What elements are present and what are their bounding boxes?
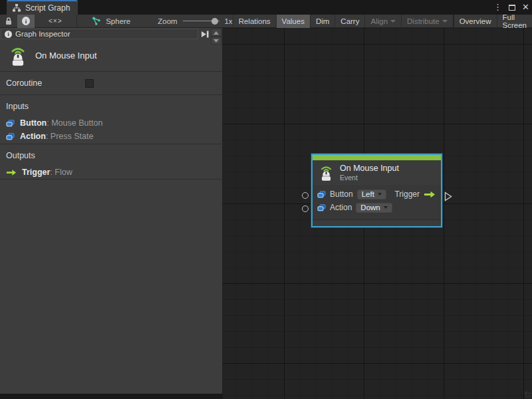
action-value-dropdown[interactable]: Down (356, 203, 392, 213)
coroutine-section: Coroutine (0, 72, 223, 95)
maximize-icon[interactable] (509, 1, 515, 13)
inspector-toggle-button[interactable]: i (17, 15, 35, 28)
node-header[interactable]: On Mouse Input Event (313, 160, 441, 185)
scroll-up-button[interactable] (211, 29, 221, 37)
zoom-slider-knob[interactable] (211, 18, 218, 25)
mouse-input-icon (9, 45, 27, 66)
on-mouse-input-node[interactable]: On Mouse Input Event Button Left Trigger (311, 154, 442, 227)
output-port-trigger[interactable] (444, 192, 452, 201)
chevron-down-icon (442, 20, 448, 23)
info-icon: i (22, 17, 30, 25)
output-row-trigger: Trigger: Flow (6, 166, 223, 179)
value-port-icon (317, 191, 326, 198)
dim-button[interactable]: Dim (310, 15, 334, 28)
fullscreen-button[interactable]: Full Screen (497, 15, 532, 28)
resize-grip[interactable] (525, 392, 531, 398)
zoom-value: 1x (224, 17, 232, 25)
node-accent-bar (313, 155, 441, 160)
coroutine-checkbox[interactable] (85, 79, 94, 88)
node-footer (313, 219, 441, 226)
node-port-row-action: Action Down (317, 201, 437, 214)
toolbar-separator (76, 15, 77, 28)
input-row-action: Action: Press State (6, 130, 223, 143)
zoom-label: Zoom (158, 17, 177, 25)
button-value-dropdown[interactable]: Left (357, 190, 386, 200)
node-port-row-button: Button Left Trigger (317, 188, 437, 201)
zoom-slider[interactable] (183, 15, 220, 28)
port-label: Button (330, 190, 353, 199)
chevron-down-icon (384, 206, 388, 209)
flow-arrow-icon (6, 169, 17, 176)
window-menu-icon[interactable]: ⋮ (493, 0, 502, 15)
carry-button[interactable]: Carry (334, 15, 364, 28)
graph-breadcrumb[interactable]: Sphere (87, 15, 135, 28)
info-icon: i (5, 31, 12, 38)
chevron-down-icon (390, 20, 396, 23)
flow-arrow-icon[interactable] (424, 191, 436, 198)
node-title: On Mouse Input (340, 164, 399, 173)
overview-button[interactable]: Overview (453, 15, 497, 28)
input-port-button[interactable] (302, 192, 309, 199)
inspector-unit-section: On Mouse Input (0, 40, 223, 72)
mouse-input-icon (319, 164, 333, 182)
triangle-up-icon (213, 31, 219, 35)
dock-right-icon (200, 30, 209, 39)
graph-inspector-panel: i Graph Inspector On Mouse Input Corouti… (0, 28, 223, 394)
inspector-title: Graph Inspector (15, 30, 70, 38)
distribute-dropdown[interactable]: Distribute (401, 15, 453, 28)
code-preview-button[interactable]: <×> (44, 15, 67, 28)
value-port-icon (6, 120, 15, 127)
inputs-section: Inputs Button: Mouse Button Action: Pres… (0, 95, 223, 144)
graph-icon (92, 17, 101, 26)
inspector-header: i Graph Inspector (1, 29, 198, 39)
value-port-icon (6, 133, 15, 140)
trigger-label: Trigger (394, 190, 420, 199)
lock-icon (5, 17, 13, 25)
dock-panel-button[interactable] (200, 29, 209, 39)
align-dropdown[interactable]: Align (364, 15, 401, 28)
tab-script-graph[interactable]: Script Graph (7, 0, 78, 15)
unity-script-graph-window: Script Graph ⋮ ✕ i <×> Sphere Zoom (0, 0, 532, 399)
inputs-heading: Inputs (6, 102, 223, 111)
node-body: Button Left Trigger A (313, 185, 441, 214)
graph-name: Sphere (106, 17, 130, 25)
tab-label: Script Graph (25, 3, 70, 13)
lock-button[interactable] (0, 15, 17, 28)
input-row-button: Button: Mouse Button (6, 116, 223, 130)
node-subtitle: Event (340, 174, 399, 182)
graph-toolbar: i <×> Sphere Zoom 1x Relations Values Di… (0, 15, 532, 28)
value-port-icon (317, 204, 326, 211)
coroutine-label: Coroutine (6, 78, 42, 88)
outputs-heading: Outputs (6, 151, 223, 160)
port-label: Action (330, 203, 352, 212)
outputs-section: Outputs Trigger: Flow (0, 144, 223, 180)
tab-bar: Script Graph ⋮ ✕ (0, 0, 532, 15)
relations-button[interactable]: Relations (233, 15, 276, 28)
graph-canvas[interactable]: On Mouse Input Event Button Left Trigger (223, 28, 532, 399)
input-port-action[interactable] (302, 205, 309, 212)
values-button[interactable]: Values (276, 15, 310, 28)
inspector-unit-title: On Mouse Input (35, 51, 97, 61)
script-graph-icon (12, 4, 21, 12)
toolbar-right-group: Relations Values Dim Carry Align Distrib… (233, 15, 532, 28)
chevron-down-icon (378, 193, 382, 196)
